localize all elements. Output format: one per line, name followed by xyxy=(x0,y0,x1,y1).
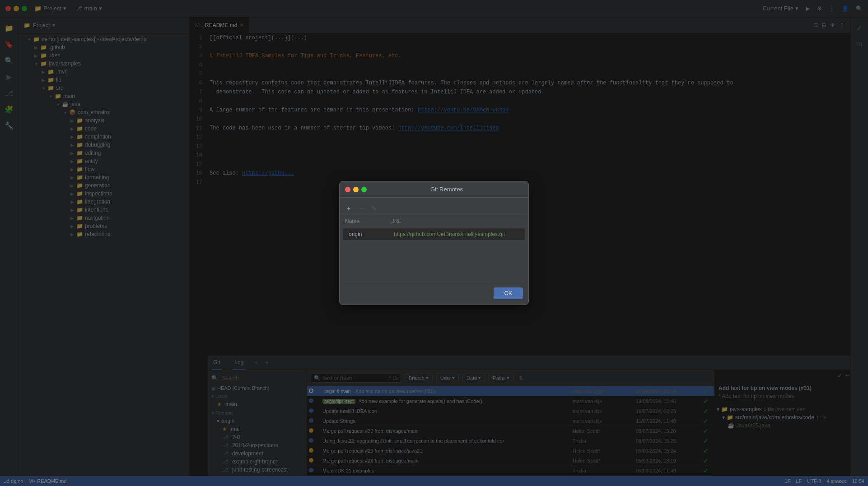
modal-overlay: Git Remotes + − ✎ Name URL origin https:… xyxy=(0,0,868,486)
modal-title: Git Remotes xyxy=(370,186,523,193)
modal-maximize-button[interactable] xyxy=(361,187,367,192)
modal-body: + − ✎ Name URL origin https://github.com… xyxy=(340,198,528,282)
modal-close-button[interactable] xyxy=(345,187,350,192)
ok-button[interactable]: OK xyxy=(494,287,523,299)
git-remotes-modal: Git Remotes + − ✎ Name URL origin https:… xyxy=(339,181,529,305)
edit-remote-button[interactable]: ✎ xyxy=(369,203,379,214)
col-name-header: Name xyxy=(345,218,390,224)
modal-traffic-lights xyxy=(345,187,367,192)
modal-table-header: Name URL xyxy=(340,216,528,227)
modal-titlebar: Git Remotes xyxy=(340,181,528,198)
modal-footer: OK xyxy=(340,282,528,305)
remote-row-origin[interactable]: origin https://github.com/JetBrains/inte… xyxy=(343,228,525,240)
modal-toolbar: + − ✎ xyxy=(340,201,528,216)
remove-remote-button[interactable]: − xyxy=(356,203,367,214)
modal-empty-space xyxy=(340,242,528,278)
col-url-header: URL xyxy=(390,218,523,224)
modal-minimize-button[interactable] xyxy=(353,187,359,192)
add-remote-button[interactable]: + xyxy=(343,203,354,214)
